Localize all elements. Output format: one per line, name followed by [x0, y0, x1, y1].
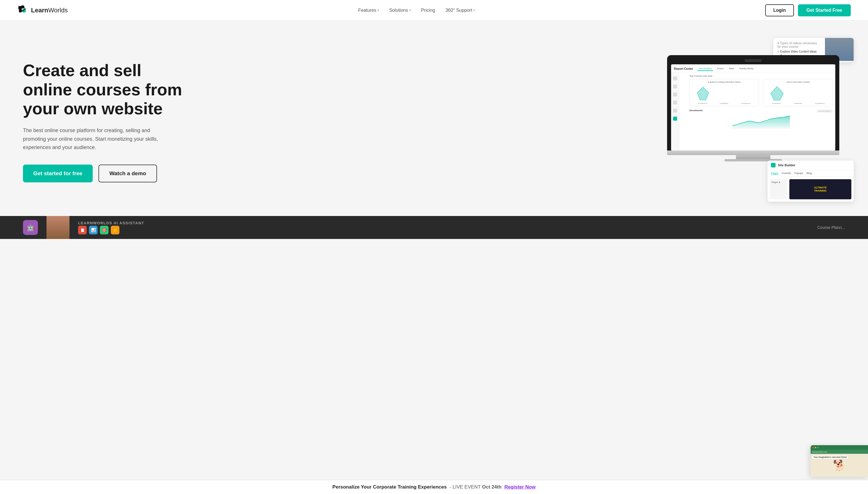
- laptop-notch: [745, 59, 762, 62]
- rc-chart-2: How to sell online courses: [764, 79, 833, 106]
- ai-feature-icon-2: 📊: [89, 226, 98, 234]
- sb-page-item: Pages ●: [772, 181, 785, 184]
- login-button[interactable]: Login: [765, 4, 794, 16]
- sb-tabs: Pages Funnels Popups Blog: [768, 170, 854, 177]
- logo-text: LearnWorlds: [31, 6, 68, 14]
- spider-chart-1: [691, 84, 714, 101]
- report-center-ui: Report Center User Analytics Exams Sales…: [671, 64, 835, 151]
- rc-tab-activity[interactable]: Activity History: [738, 66, 755, 71]
- rc-header: Report Center User Analytics Exams Sales…: [671, 64, 835, 72]
- ai-assistant-name: Course Plann...: [817, 225, 845, 230]
- ai-icon-row: 📋 📊 🎯 ⚡: [78, 226, 809, 234]
- logo-icon: [17, 5, 28, 16]
- rc-enrollments: Enrollments Last 30 days ▾: [689, 109, 833, 129]
- sidebar-icon: [673, 93, 677, 96]
- navbar: LearnWorlds Features ▾ Solutions ▾ Prici…: [0, 0, 868, 21]
- chevron-down-icon: ▾: [409, 8, 411, 12]
- rc-tabs: User Analytics Exams Sales Activity Hist…: [697, 66, 755, 71]
- ai-assistant-section: 🤖 LEARNWORLDS AI ASSISTANT 📋 📊 🎯 ⚡ Cours…: [0, 216, 868, 239]
- chevron-down-icon: ▾: [473, 8, 475, 12]
- rc-chart-2-label: How to sell online courses: [766, 81, 831, 83]
- ai-feature-icon-1: 📋: [78, 226, 87, 234]
- sb-tab-funnels[interactable]: Funnels: [782, 172, 791, 175]
- sidebar-icon: [673, 84, 677, 89]
- enrollment-area-chart: [689, 113, 833, 129]
- ai-feature-icon-4: ⚡: [111, 226, 119, 234]
- laptop-screen-container: Report Center User Analytics Exams Sales…: [667, 55, 839, 151]
- sb-pages-panel: Pages ●: [770, 179, 787, 199]
- sidebar-icon: [673, 76, 677, 80]
- rc-tab-sales[interactable]: Sales: [728, 66, 735, 71]
- sb-tab-pages[interactable]: Pages: [771, 172, 778, 175]
- fc-item-1: Explore Video Content Ideas: [777, 50, 821, 53]
- person-visual: [46, 216, 70, 239]
- get-started-nav-button[interactable]: Get Started Free: [798, 4, 851, 16]
- fc-card-title: 4 Types of videos necessary for your cou…: [777, 41, 821, 48]
- hero-buttons: Get started for free Watch a demo: [23, 165, 190, 183]
- rc-main-content: Top Courses over time A guide to creatin…: [687, 72, 835, 147]
- laptop-screen: Report Center User Analytics Exams Sales…: [671, 64, 835, 151]
- ai-feature-icon-3: 🎯: [100, 226, 108, 234]
- brand-logo[interactable]: LearnWorlds: [17, 5, 68, 16]
- rc-section-title: Top Courses over time: [689, 75, 833, 77]
- nav-actions: Login Get Started Free: [765, 4, 851, 16]
- sb-preview: ULTIMATE TRAINING: [789, 179, 851, 199]
- ai-icon: 🤖: [23, 220, 38, 235]
- rc-chart-1: A guide to creating interactive videos: [689, 79, 759, 106]
- hero-subtitle: The best online course platform for crea…: [23, 126, 172, 152]
- floating-card-site-builder: Site Builder Pages Funnels Popups Blog P…: [768, 160, 854, 202]
- sb-tab-blog[interactable]: Blog: [807, 172, 812, 175]
- sb-tab-popups[interactable]: Popups: [794, 172, 804, 175]
- sb-content: Pages ● ULTIMATE TRAINING: [768, 177, 854, 202]
- ai-section-label: LEARNWORLDS AI ASSISTANT: [78, 221, 809, 225]
- site-builder-icon: [771, 163, 775, 168]
- spider-chart-2: [766, 84, 789, 101]
- nav-features[interactable]: Features ▾: [358, 6, 379, 14]
- ai-text: LEARNWORLDS AI ASSISTANT 📋 📊 🎯 ⚡: [78, 221, 809, 234]
- laptop-base: [667, 151, 839, 155]
- sb-header: Site Builder: [768, 160, 854, 170]
- chevron-down-icon: ▾: [377, 8, 379, 12]
- sidebar-icon: [673, 100, 677, 104]
- sidebar-icon-active: [673, 117, 677, 121]
- ai-assistant-avatar: [46, 216, 70, 239]
- hero-visuals: 4 Types of videos necessary for your cou…: [667, 44, 845, 199]
- rc-tab-exams[interactable]: Exams: [716, 66, 725, 71]
- nav-pricing[interactable]: Pricing: [421, 6, 435, 14]
- nav-links: Features ▾ Solutions ▾ Pricing 360° Supp…: [358, 6, 475, 14]
- watch-demo-button[interactable]: Watch a demo: [98, 165, 157, 183]
- nav-solutions[interactable]: Solutions ▾: [389, 6, 411, 14]
- hero-content: Create and sell online courses from your…: [23, 44, 190, 183]
- rc-charts-row: A guide to creating interactive videos: [689, 79, 833, 106]
- sb-preview-text: ULTIMATE TRAINING: [814, 186, 827, 192]
- ai-assistant-name-area: Course Plann...: [817, 225, 845, 230]
- rc-sidebar: [671, 72, 679, 151]
- get-started-hero-button[interactable]: Get started for free: [23, 165, 93, 183]
- dot-icon: [777, 51, 779, 53]
- nav-support[interactable]: 360° Support ▾: [446, 6, 475, 14]
- hero-title: Create and sell online courses from your…: [23, 61, 190, 118]
- laptop-mockup: Report Center User Analytics Exams Sales…: [667, 55, 839, 162]
- rc-title: Report Center: [674, 67, 693, 70]
- sb-title: Site Builder: [778, 164, 795, 167]
- rc-chart-1-label: A guide to creating interactive videos: [691, 81, 757, 83]
- laptop-stand: [736, 155, 770, 159]
- sidebar-icon: [673, 109, 677, 113]
- hero-section: Create and sell online courses from your…: [0, 21, 868, 216]
- rc-tab-analytics[interactable]: User Analytics: [697, 66, 713, 71]
